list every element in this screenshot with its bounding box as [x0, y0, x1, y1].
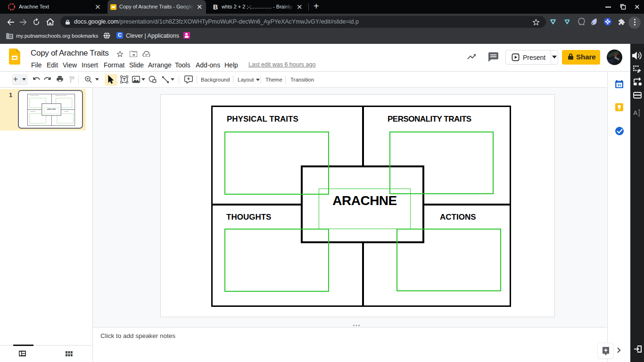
svg-text:A: A	[633, 109, 638, 116]
svg-text:31: 31	[617, 83, 621, 87]
